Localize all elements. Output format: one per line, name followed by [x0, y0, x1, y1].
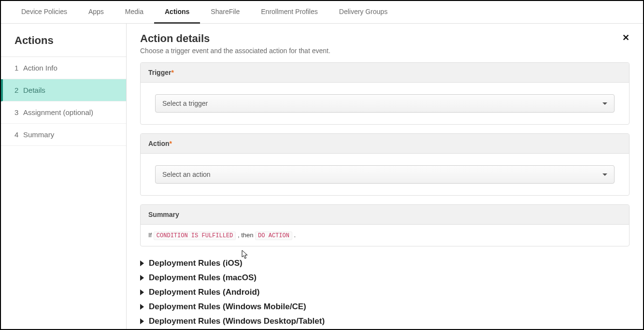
step-number: 4	[14, 130, 23, 139]
top-tab-sharefile[interactable]: ShareFile	[200, 1, 250, 23]
step-label: Details	[23, 86, 45, 94]
caret-right-icon	[140, 275, 144, 281]
caret-right-icon	[140, 260, 144, 266]
sidebar-title: Actions	[1, 24, 126, 57]
rule-label: Deployment Rules (Android)	[149, 287, 260, 297]
sidebar: Actions 1Action Info2Details3Assignment …	[1, 24, 127, 329]
deployment-rule-deployment-rules-windows-desktop-tablet-[interactable]: Deployment Rules (Windows Desktop/Tablet…	[140, 314, 630, 329]
step-summary[interactable]: 4Summary	[1, 124, 126, 146]
deployment-rule-deployment-rules-ios-[interactable]: Deployment Rules (iOS)	[140, 256, 630, 271]
top-tab-enrollment-profiles[interactable]: Enrollment Profiles	[250, 1, 329, 23]
page-title: Action details	[140, 32, 630, 45]
action-header: Action*	[141, 134, 629, 154]
summary-if: If	[148, 231, 152, 239]
deployment-rule-deployment-rules-android-[interactable]: Deployment Rules (Android)	[140, 285, 630, 300]
top-tab-device-policies[interactable]: Device Policies	[11, 1, 78, 23]
page-subtitle: Choose a trigger event and the associate…	[140, 47, 630, 55]
caret-down-icon	[602, 173, 607, 176]
rule-label: Deployment Rules (Windows Desktop/Tablet…	[149, 316, 325, 326]
top-tab-media[interactable]: Media	[114, 1, 154, 23]
step-number: 2	[14, 86, 23, 94]
top-tab-delivery-groups[interactable]: Delivery Groups	[329, 1, 398, 23]
summary-then: , then	[238, 231, 254, 239]
caret-right-icon	[140, 304, 144, 310]
step-action-info[interactable]: 1Action Info	[1, 57, 126, 79]
top-tab-apps[interactable]: Apps	[78, 1, 114, 23]
summary-panel: Summary If CONDITION IS FULFILLED , then…	[140, 204, 630, 246]
step-details[interactable]: 2Details	[1, 79, 126, 101]
trigger-panel: Trigger* Select a trigger	[140, 62, 630, 125]
step-label: Action Info	[23, 64, 57, 72]
action-select[interactable]: Select an action	[155, 165, 615, 184]
caret-right-icon	[140, 289, 144, 295]
step-number: 3	[14, 108, 23, 116]
summary-body: If CONDITION IS FULFILLED , then DO ACTI…	[141, 225, 629, 246]
step-label: Summary	[23, 130, 54, 139]
caret-right-icon	[140, 318, 144, 324]
summary-header: Summary	[141, 205, 629, 225]
summary-period: .	[294, 231, 296, 239]
step-label: Assignment (optional)	[23, 108, 93, 116]
action-panel: Action* Select an action	[140, 133, 630, 196]
required-asterisk: *	[170, 140, 172, 147]
top-tab-actions[interactable]: Actions	[154, 1, 200, 24]
summary-action-chip: DO ACTION	[255, 231, 292, 240]
rule-label: Deployment Rules (macOS)	[149, 273, 257, 283]
rule-label: Deployment Rules (iOS)	[149, 258, 243, 268]
trigger-select-value: Select a trigger	[162, 100, 208, 107]
summary-condition-chip: CONDITION IS FULFILLED	[154, 231, 236, 240]
step-number: 1	[14, 64, 23, 72]
close-icon[interactable]: ✕	[622, 32, 630, 43]
trigger-header-text: Trigger	[148, 69, 171, 76]
top-tabs: Device PoliciesAppsMediaActionsShareFile…	[1, 1, 643, 24]
trigger-select[interactable]: Select a trigger	[155, 94, 615, 113]
deployment-rules-list: Deployment Rules (iOS)Deployment Rules (…	[140, 256, 630, 329]
main-content: ✕ Action details Choose a trigger event …	[127, 24, 643, 329]
deployment-rule-deployment-rules-macos-[interactable]: Deployment Rules (macOS)	[140, 271, 630, 285]
action-select-value: Select an action	[162, 171, 211, 178]
required-asterisk: *	[171, 69, 173, 76]
trigger-header: Trigger*	[141, 63, 629, 83]
action-header-text: Action	[148, 140, 170, 147]
rule-label: Deployment Rules (Windows Mobile/CE)	[149, 302, 306, 312]
step-assignment-optional-[interactable]: 3Assignment (optional)	[1, 101, 126, 124]
caret-down-icon	[602, 102, 607, 105]
deployment-rule-deployment-rules-windows-phone-[interactable]: Deployment Rules (Windows Phone)	[140, 329, 630, 329]
deployment-rule-deployment-rules-windows-mobile-ce-[interactable]: Deployment Rules (Windows Mobile/CE)	[140, 300, 630, 314]
